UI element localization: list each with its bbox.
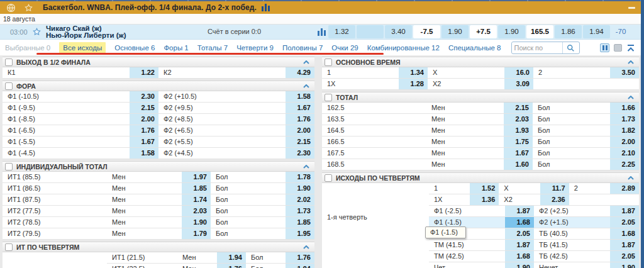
odds-value[interactable]: 2.25 [610, 159, 639, 170]
chevron-up-icon[interactable] [303, 60, 309, 64]
odds-value[interactable]: 1.76 [217, 264, 246, 268]
odds-value[interactable]: 2.00 [286, 125, 314, 136]
section-checkbox[interactable] [5, 59, 13, 66]
match-favorite-star-icon[interactable] [33, 28, 41, 36]
chevron-up-icon[interactable] [303, 245, 309, 249]
section-checkbox[interactable] [5, 243, 13, 251]
odds-value[interactable]: 2.05 [610, 217, 639, 228]
match-odds-cell[interactable]: 3.40 [385, 25, 412, 38]
odds-value[interactable]: 1.87 [610, 206, 639, 216]
vertical-scrollbar[interactable] [641, 0, 644, 268]
odds-value[interactable] [610, 79, 639, 89]
section-header[interactable]: ВЫХОД В 1/2 ФИНАЛА [3, 57, 314, 67]
odds-value[interactable]: 2.02 [286, 194, 314, 205]
section-checkbox[interactable] [325, 94, 332, 101]
odds-value[interactable]: 4.29 [286, 67, 314, 78]
search-icon[interactable] [562, 42, 579, 53]
market-filter-tab[interactable]: Форы 1 [164, 44, 188, 52]
odds-value[interactable]: 16.0 [504, 67, 533, 78]
odds-value[interactable]: 2.15 [286, 137, 314, 147]
match-odds-cell[interactable]: +7.5 [470, 25, 497, 38]
odds-value[interactable]: 1.87 [610, 240, 639, 250]
odds-value[interactable]: 2.15 [504, 103, 533, 113]
odds-value[interactable]: 1.90 [505, 262, 534, 268]
odds-value[interactable]: 2.00 [130, 114, 158, 125]
section-header[interactable]: ТОТАЛ [322, 92, 639, 103]
odds-value[interactable]: 2.03 [504, 114, 533, 125]
odds-value[interactable]: 1.95 [286, 228, 314, 239]
market-filter-tab[interactable]: Все исходы [59, 42, 106, 53]
odds-value[interactable]: 1.36 [470, 194, 499, 205]
favorite-star-icon[interactable] [25, 4, 33, 12]
odds-value[interactable]: 2.05 [505, 228, 534, 239]
odds-value[interactable]: 1.34 [399, 67, 428, 78]
market-filter-tab[interactable]: Тоталы 7 [197, 44, 228, 52]
match-odds-cell[interactable]: 165.5 [526, 25, 553, 38]
odds-value[interactable]: 2.30 [286, 148, 314, 159]
odds-value[interactable]: 2.89 [610, 183, 639, 194]
odds-value[interactable]: 1.58 [286, 91, 314, 102]
market-filter-tab[interactable]: Четверти 9 [236, 44, 274, 52]
collapse-all-icon[interactable] [626, 44, 635, 52]
chevron-up-icon[interactable] [628, 176, 634, 180]
match-odds-cell[interactable]: -7.5 [413, 25, 440, 38]
odds-value[interactable]: 1.85 [286, 217, 314, 228]
match-odds-cell[interactable]: 1.94 [583, 25, 610, 38]
chevron-up-icon[interactable] [303, 84, 309, 88]
odds-value[interactable]: 1.67 [504, 148, 533, 159]
match-odds-cell[interactable]: 1.90 [498, 25, 525, 38]
odds-value[interactable]: 1.75 [504, 137, 533, 147]
match-odds-cell[interactable]: -70 [611, 25, 630, 38]
section-checkbox[interactable] [325, 174, 332, 182]
match-statistics-icon[interactable] [318, 28, 326, 36]
odds-value[interactable]: 1.73 [286, 206, 314, 216]
odds-value[interactable]: 1.97 [182, 172, 211, 182]
match-odds-cell[interactable] [357, 25, 384, 38]
odds-value[interactable]: 1.76 [130, 125, 158, 136]
odds-value[interactable]: 1.66 [610, 103, 639, 113]
chevron-up-icon[interactable] [628, 96, 634, 99]
odds-value[interactable]: 2.10 [610, 148, 639, 159]
odds-value[interactable]: 1.58 [130, 148, 158, 159]
odds-value[interactable]: 3.09 [504, 79, 533, 89]
odds-value[interactable]: 2.36 [540, 194, 569, 205]
odds-value[interactable]: 11.7 [540, 183, 569, 194]
odds-value[interactable]: 1.90 [182, 217, 211, 228]
search-input[interactable] [512, 43, 562, 53]
market-filter-tab[interactable]: Специальные 8 [448, 44, 501, 52]
odds-value[interactable]: 1.85 [182, 183, 211, 194]
odds-value[interactable]: 1.79 [182, 228, 211, 239]
chevron-up-icon[interactable] [303, 165, 309, 169]
odds-value[interactable]: 2.05 [610, 251, 639, 262]
two-column-layout-icon[interactable] [600, 43, 609, 52]
odds-value[interactable]: 1.87 [505, 206, 534, 216]
odds-value[interactable]: 1.28 [399, 79, 428, 89]
odds-value[interactable]: 1.22 [130, 67, 158, 78]
match-odds-cell[interactable]: 1.32 [328, 25, 355, 38]
odds-value[interactable]: 1.73 [610, 114, 639, 125]
odds-value[interactable]: 1.68 [505, 217, 534, 228]
odds-value[interactable]: 3.50 [610, 67, 639, 78]
odds-value[interactable]: 1.76 [286, 252, 314, 263]
odds-value[interactable]: 1.60 [504, 159, 533, 170]
odds-value[interactable]: 1.90 [286, 183, 314, 194]
chevron-up-icon[interactable] [628, 60, 634, 64]
odds-value[interactable]: 1.94 [217, 252, 246, 263]
odds-value[interactable]: 1.78 [286, 172, 314, 182]
odds-value[interactable]: 2.15 [130, 103, 158, 113]
section-checkbox[interactable] [5, 82, 13, 90]
one-column-layout-icon[interactable] [614, 44, 622, 52]
odds-value[interactable]: 1.67 [130, 137, 158, 147]
odds-value[interactable]: 1.82 [610, 125, 639, 136]
market-filter-tab[interactable]: Основные 6 [114, 44, 155, 52]
odds-value[interactable]: 1.94 [286, 264, 314, 268]
odds-value[interactable]: 1.90 [610, 262, 639, 268]
section-header[interactable]: ИНДИВИДУАЛЬНЫЙ ТОТАЛ [3, 161, 314, 172]
odds-value[interactable]: 1.68 [505, 251, 534, 262]
odds-value[interactable]: 1.68 [610, 228, 639, 239]
odds-value[interactable]: 1.67 [286, 103, 314, 113]
collapse-event-button[interactable] [628, 7, 635, 9]
team-names[interactable]: Чикаго Скай (ж) Нью-Йорк Либерти (ж) [46, 25, 126, 39]
section-checkbox[interactable] [325, 59, 332, 66]
odds-value[interactable]: 2.30 [130, 91, 158, 102]
